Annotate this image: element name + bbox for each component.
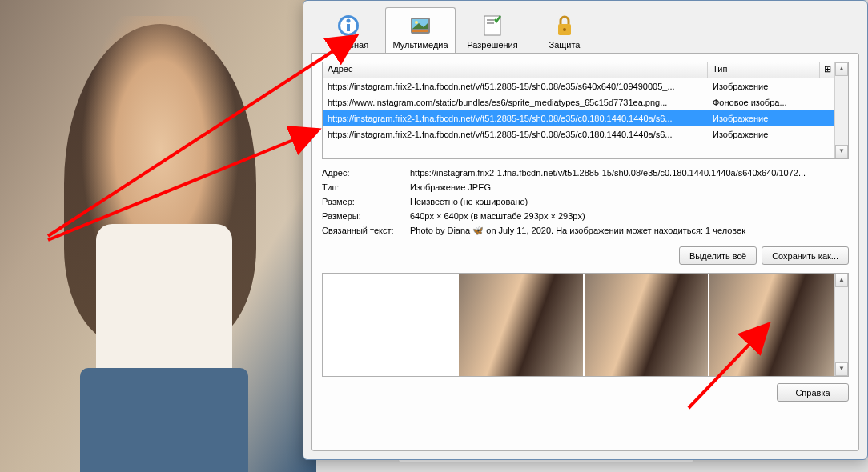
preview-strip: ▲ ▼	[322, 273, 849, 377]
grid-row[interactable]: https://instagram.frix2-1.fna.fbcdn.net/…	[323, 78, 834, 94]
header-address[interactable]: Адрес	[323, 62, 708, 78]
media-icon	[408, 13, 433, 38]
lock-icon	[552, 13, 577, 38]
preview-thumbnail[interactable]	[459, 274, 583, 376]
preview-scrollbar[interactable]: ▲ ▼	[834, 274, 848, 376]
detail-size-value: Неизвестно (не кэшировано)	[410, 197, 849, 206]
page-info-dialog: Основная Мультимедиа Разрешения Защита А…	[303, 0, 868, 460]
detail-address-label: Адрес:	[322, 168, 410, 178]
grid-row-selected[interactable]: https://instagram.frix2-1.fna.fbcdn.net/…	[323, 110, 834, 126]
tab-permissions[interactable]: Разрешения	[457, 7, 528, 54]
tab-general[interactable]: Основная	[313, 7, 384, 54]
detail-size-label: Размер:	[322, 197, 410, 206]
permissions-icon	[480, 13, 505, 38]
media-grid: Адрес Тип ⊞ https://instagram.frix2-1.fn…	[322, 62, 849, 159]
tab-security[interactable]: Защита	[529, 7, 600, 54]
select-all-button[interactable]: Выделить всё	[679, 246, 757, 265]
media-panel: Адрес Тип ⊞ https://instagram.frix2-1.fn…	[311, 53, 859, 451]
detail-alttext-value: Photo by Diana 🦋 on July 11, 2020. На из…	[410, 226, 849, 236]
info-icon	[336, 13, 361, 38]
preview-thumbnail[interactable]	[709, 274, 834, 376]
save-as-button[interactable]: Сохранить как...	[762, 246, 849, 265]
scroll-up-icon[interactable]: ▲	[835, 62, 848, 76]
detail-dimensions-value: 640px × 640px (в масштабе 293px × 293px)	[410, 211, 849, 221]
details-panel: Адрес: https://instagram.frix2-1.fna.fbc…	[322, 166, 849, 238]
scroll-up-icon[interactable]: ▲	[835, 274, 848, 287]
header-column-picker[interactable]: ⊞	[820, 62, 834, 78]
scroll-down-icon[interactable]: ▼	[835, 145, 848, 158]
svg-point-6	[415, 21, 418, 24]
tab-media[interactable]: Мультимедиа	[385, 7, 456, 54]
header-type[interactable]: Тип	[708, 62, 820, 78]
detail-type-value: Изображение JPEG	[410, 182, 849, 192]
detail-type-label: Тип:	[322, 182, 410, 192]
svg-rect-8	[412, 30, 428, 32]
background-photo	[0, 0, 316, 472]
tab-bar: Основная Мультимедиа Разрешения Защита	[311, 6, 859, 54]
grid-row[interactable]: https://www.instagram.com/static/bundles…	[323, 94, 834, 110]
help-button[interactable]: Справка	[777, 383, 849, 402]
grid-header: Адрес Тип ⊞	[323, 62, 834, 78]
detail-address-value: https://instagram.frix2-1.fna.fbcdn.net/…	[410, 168, 849, 178]
svg-point-3	[347, 18, 351, 22]
svg-point-13	[563, 28, 566, 31]
preview-thumbnail[interactable]	[585, 274, 709, 376]
action-buttons-row: Выделить всё Сохранить как...	[322, 246, 849, 265]
scroll-down-icon[interactable]: ▼	[835, 362, 848, 376]
svg-rect-2	[347, 24, 350, 31]
grid-row[interactable]: https://instagram.frix2-1.fna.fbcdn.net/…	[323, 126, 834, 142]
detail-dimensions-label: Размеры:	[322, 211, 410, 221]
grid-scrollbar[interactable]: ▲ ▼	[834, 62, 848, 158]
detail-alttext-label: Связанный текст:	[322, 226, 410, 236]
